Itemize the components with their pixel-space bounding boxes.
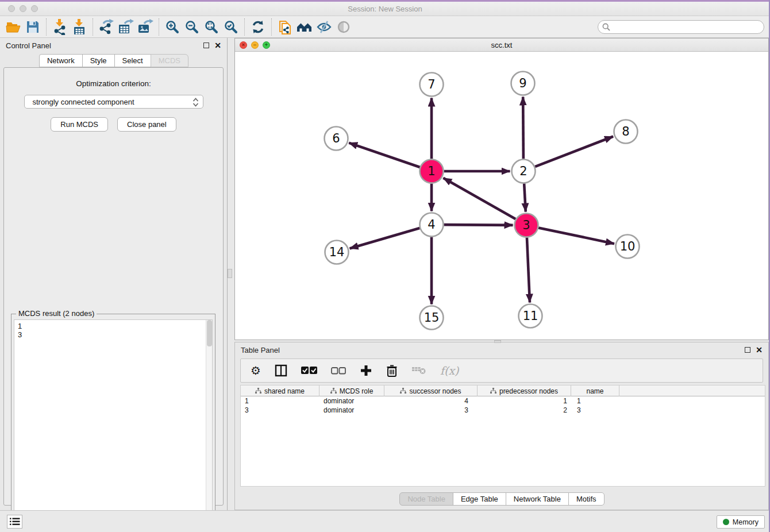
graph-node-label: 11: [523, 309, 538, 323]
table-row[interactable]: 3dominator323: [241, 406, 765, 415]
network-window-title: scc.txt: [491, 41, 513, 49]
table-cell[interactable]: dominator: [319, 406, 384, 414]
hierarchy-icon: [255, 388, 261, 394]
graph-edge-3-10[interactable]: [538, 228, 614, 244]
network-window-controls: × − +: [240, 41, 270, 49]
show-hidden-button[interactable]: [334, 18, 353, 36]
result-scrollbar-thumb[interactable]: [207, 320, 212, 346]
import-network-button[interactable]: [50, 18, 70, 36]
column-header-mcds-role[interactable]: MCDS role: [319, 385, 384, 396]
export-image-icon: [137, 19, 153, 35]
desktop-edge: [0, 0, 770, 2]
export-network-button[interactable]: [97, 18, 116, 36]
tab-network-table[interactable]: Network Table: [506, 492, 569, 506]
export-table-button[interactable]: [116, 18, 136, 36]
table-cell[interactable]: 1: [241, 397, 319, 405]
zoom-in-button[interactable]: [163, 18, 182, 36]
graph-edge-1-6[interactable]: [349, 143, 419, 167]
refresh-button[interactable]: [248, 18, 268, 36]
table-cell[interactable]: 3: [571, 406, 619, 414]
hierarchy-icon: [330, 388, 337, 394]
table-cell[interactable]: dominator: [319, 397, 384, 405]
network-window-titlebar[interactable]: × − + scc.txt: [235, 38, 768, 52]
column-layout-button[interactable]: [275, 364, 287, 377]
close-panel-icon[interactable]: ✕: [214, 43, 221, 48]
maximize-network-icon[interactable]: +: [263, 41, 270, 49]
task-history-button[interactable]: [7, 515, 22, 529]
network-graph[interactable]: 7968124314101511: [235, 52, 768, 340]
deselect-all-button[interactable]: [331, 367, 346, 375]
eye-disabled-icon: [336, 20, 351, 34]
graph-edge-2-8[interactable]: [535, 136, 613, 167]
zoom-out-button[interactable]: [182, 18, 202, 36]
tab-edge-table[interactable]: Edge Table: [453, 492, 506, 506]
graph-node-label: 4: [428, 218, 435, 232]
float-table-panel-icon[interactable]: [745, 347, 750, 353]
graph-edge-2-9[interactable]: [523, 97, 523, 159]
table-cell[interactable]: 4: [384, 397, 478, 405]
vertical-splitter-handle[interactable]: [228, 269, 232, 278]
tab-select[interactable]: Select: [114, 54, 151, 67]
mcds-result-text[interactable]: 1 3: [14, 319, 213, 527]
node-table[interactable]: shared name MCDS role successor nodes pr…: [240, 385, 765, 487]
close-network-icon[interactable]: ×: [240, 41, 247, 49]
graph-edge-3-11[interactable]: [527, 237, 530, 302]
network-overview-button[interactable]: [295, 18, 314, 36]
tab-motifs[interactable]: Motifs: [568, 492, 605, 506]
delete-row-button[interactable]: [386, 364, 398, 377]
add-row-button[interactable]: [360, 364, 372, 377]
table-cell[interactable]: 2: [478, 406, 571, 414]
tab-network[interactable]: Network: [39, 54, 83, 67]
control-panel-title: Control Panel: [6, 41, 51, 50]
hide-selected-button[interactable]: [314, 18, 334, 36]
graph-edge-4-3[interactable]: [444, 225, 513, 225]
graph-edge-2-3[interactable]: [524, 183, 526, 211]
close-panel-button[interactable]: Close panel: [117, 117, 176, 132]
zoom-fit-button[interactable]: [202, 18, 221, 36]
result-scrollbar[interactable]: [206, 320, 212, 527]
dropdown-value: strongly connected component: [33, 98, 134, 106]
function-builder-button[interactable]: f(x): [440, 364, 459, 377]
run-mcds-button[interactable]: Run MCDS: [51, 117, 108, 132]
tab-style[interactable]: Style: [82, 54, 115, 67]
import-table-button[interactable]: [70, 18, 89, 36]
export-image-button[interactable]: [136, 18, 155, 36]
table-settings-button[interactable]: ⚙: [251, 365, 261, 376]
table-toolbar: ⚙: [240, 358, 763, 383]
save-session-button[interactable]: [23, 18, 43, 36]
search-icon: [602, 23, 610, 31]
memory-status-icon: [723, 519, 729, 525]
table-cell[interactable]: 1: [478, 397, 571, 405]
table-cell[interactable]: 1: [571, 397, 619, 405]
delete-table-button[interactable]: [411, 365, 426, 376]
toolbar-separator: [46, 18, 47, 36]
open-session-button[interactable]: [3, 18, 23, 36]
graph-edge-4-14[interactable]: [350, 228, 420, 248]
float-panel-icon[interactable]: [203, 43, 209, 48]
graph-edge-3-1[interactable]: [443, 178, 515, 219]
column-header-shared-name[interactable]: shared name: [241, 385, 319, 396]
delete-table-icon: [411, 365, 426, 376]
import-table-icon: [72, 19, 87, 35]
minimize-network-icon[interactable]: −: [251, 41, 259, 49]
graph-node-label: 6: [332, 132, 340, 145]
horizontal-splitter-handle[interactable]: [494, 340, 501, 343]
column-header-name[interactable]: name: [571, 385, 619, 396]
table-cell[interactable]: 3: [384, 406, 478, 414]
close-table-panel-icon[interactable]: ✕: [756, 347, 763, 353]
graph-node-label: 14: [329, 245, 345, 259]
select-all-button[interactable]: [301, 367, 317, 375]
column-header-successor-nodes[interactable]: successor nodes: [384, 385, 478, 396]
search-input[interactable]: [598, 20, 764, 34]
table-cell[interactable]: 3: [241, 406, 319, 414]
tab-node-table[interactable]: Node Table: [399, 492, 453, 506]
table-row[interactable]: 1dominator411: [241, 396, 765, 406]
memory-button[interactable]: Memory: [717, 515, 765, 529]
tab-mcds[interactable]: MCDS: [151, 54, 188, 67]
duplicate-network-icon: [278, 19, 292, 35]
zoom-selected-button[interactable]: [221, 18, 241, 36]
optimization-criterion-dropdown[interactable]: strongly connected component: [24, 95, 203, 109]
column-header-predecessor-nodes[interactable]: predecessor nodes: [478, 385, 571, 396]
export-network-icon: [98, 19, 114, 35]
duplicate-network-button[interactable]: [275, 18, 295, 36]
